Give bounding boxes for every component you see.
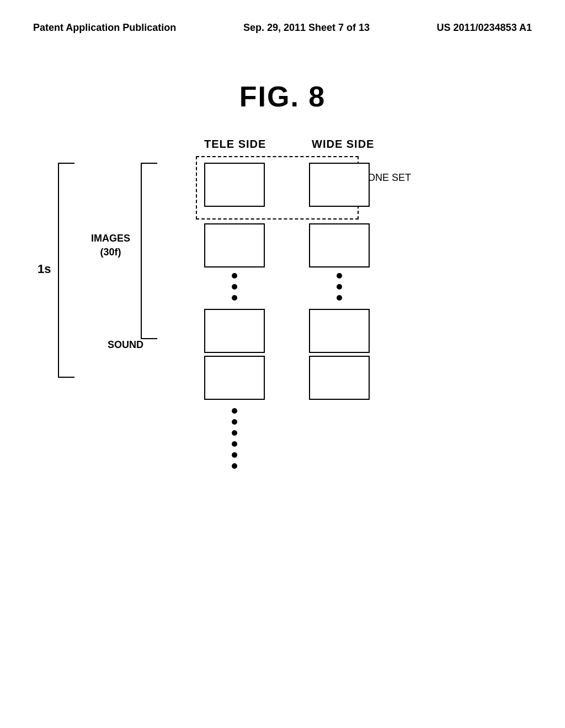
image-box-r1-wide: [309, 163, 370, 207]
dot-wide-3: [337, 295, 342, 301]
sheet-meta: Sep. 29, 2011 Sheet 7 of 13: [243, 22, 370, 34]
dot-below-3: [232, 430, 237, 436]
header: Patent Application Publication Sep. 29, …: [0, 22, 565, 34]
label-sound: SOUND: [108, 339, 143, 351]
dot-tele-2: [232, 284, 237, 290]
dot-wide-1: [337, 273, 342, 279]
dot-tele-3: [232, 295, 237, 301]
image-box-r2-tele: [204, 223, 265, 267]
patent-number: US 2011/0234853 A1: [437, 22, 532, 34]
label-images: IMAGES(30f): [91, 232, 130, 259]
sound-box-tele: [204, 356, 265, 400]
one-set-label: ONE SET: [367, 172, 411, 184]
image-box-r1-tele: [204, 163, 265, 207]
publication-label: Patent Application Publication: [33, 22, 176, 34]
dot-tele-1: [232, 273, 237, 279]
dot-below-5: [232, 452, 237, 458]
image-box-r2-wide: [309, 223, 370, 267]
sound-box-wide: [309, 356, 370, 400]
figure-title: FIG. 8: [239, 80, 326, 113]
dot-below-1: [232, 408, 237, 414]
label-1s: 1s: [38, 262, 51, 276]
bracket-inner: [141, 163, 157, 339]
image-box-r5-tele: [204, 309, 265, 353]
bracket-1s: [58, 163, 74, 378]
wide-side-label: WIDE SIDE: [312, 138, 374, 151]
dot-below-2: [232, 419, 237, 425]
tele-side-label: TELE SIDE: [204, 138, 266, 151]
dot-below-6: [232, 463, 237, 469]
image-box-r5-wide: [309, 309, 370, 353]
dot-below-4: [232, 441, 237, 447]
dot-wide-2: [337, 284, 342, 290]
